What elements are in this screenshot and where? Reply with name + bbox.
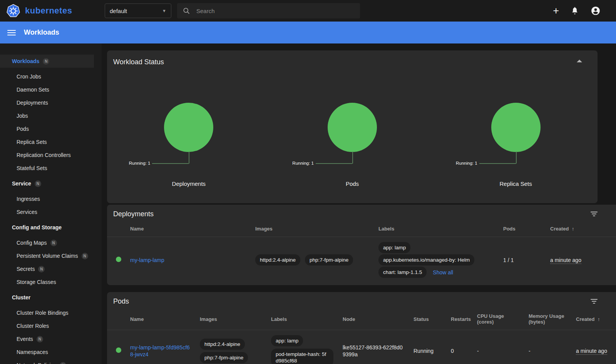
sidebar-item-service[interactable]: Service N	[0, 177, 102, 190]
replica-sets-pie	[491, 103, 541, 152]
app-bar: Workloads	[0, 22, 616, 43]
deployments-card: Deployments Name Images Labels Pods Cr	[107, 205, 616, 285]
sidebar-item-config-maps[interactable]: Config Maps N	[0, 236, 102, 249]
col-status[interactable]: Status	[409, 307, 446, 330]
page-title: Workloads	[24, 28, 59, 37]
new-badge: N	[37, 336, 43, 342]
label-chip: chart: lamp-1.1.5	[378, 267, 427, 278]
table-header-row: Name Images Labels Pods Created ↑	[107, 220, 616, 237]
sort-arrow-icon: ↑	[598, 316, 600, 322]
col-labels[interactable]: Labels	[266, 307, 338, 330]
chevron-down-icon: ▼	[162, 8, 166, 13]
user-avatar-icon[interactable]	[591, 6, 601, 16]
image-chip: httpd:2.4-alpine	[200, 339, 245, 350]
pod-restarts: 0	[446, 330, 472, 364]
sidebar-nav: Workloads N Cron Jobs Daemon Sets Deploy…	[0, 43, 102, 364]
table-header-row: Name Images Labels Node Status Restarts …	[107, 307, 616, 330]
top-bar: kubernetes default ▼ +	[0, 0, 616, 22]
col-node[interactable]: Node	[338, 307, 409, 330]
col-images[interactable]: Images	[195, 307, 266, 330]
sidebar-item-ingresses[interactable]: Ingresses	[0, 192, 102, 205]
replica-sets-status-chart: Running: 1 Replica Sets	[434, 103, 598, 187]
namespace-selector[interactable]: default ▼	[105, 3, 171, 18]
col-name[interactable]: Name	[126, 220, 251, 237]
deployments-title: Deployments	[107, 205, 616, 218]
new-badge: N	[38, 266, 45, 272]
pod-name-link[interactable]: my-lamp-lamp-5fd985cf68-jwvz4	[130, 344, 190, 357]
sort-arrow-icon: ↑	[572, 226, 574, 232]
pods-card: Pods Name Images Labels Node St	[107, 292, 616, 364]
sidebar-item-cluster-role-bindings[interactable]: Cluster Role Bindings	[0, 306, 102, 319]
label-chip: app.kubernetes.io/managed-by: Helm	[378, 254, 474, 265]
status-ok-icon	[116, 257, 121, 262]
created-ago[interactable]: a minute ago	[550, 257, 581, 264]
new-badge: N	[50, 240, 57, 246]
col-labels[interactable]: Labels	[374, 220, 499, 237]
sidebar-section-config-and-storage[interactable]: Config and Storage	[0, 221, 102, 234]
collapse-card-icon[interactable]	[577, 60, 582, 62]
namespace-value: default	[110, 8, 127, 14]
col-created[interactable]: Created ↑	[571, 307, 616, 330]
sidebar-item-services[interactable]: Services	[0, 205, 102, 219]
sidebar-item-pods[interactable]: Pods	[0, 122, 102, 135]
sidebar-item-secrets[interactable]: Secrets N	[0, 262, 102, 276]
pods-ready-count: 1 / 1	[499, 237, 546, 283]
pods-status-chart: Running: 1 Pods	[271, 103, 434, 187]
show-all-link[interactable]: Show all	[433, 269, 453, 276]
pod-memory-usage: -	[524, 330, 571, 364]
chart-label: Pods	[271, 180, 434, 187]
sidebar-item-deployments[interactable]: Deployments	[0, 96, 102, 109]
sidebar-item-daemon-sets[interactable]: Daemon Sets	[0, 83, 102, 96]
pie-legend: Running: 1	[456, 161, 477, 165]
sidebar-item-workloads[interactable]: Workloads N	[0, 55, 94, 68]
sidebar-item-stateful-sets[interactable]: Stateful Sets	[0, 162, 102, 175]
label-chip: pod-template-hash: 5fd985cf68	[271, 349, 333, 364]
sidebar-item-namespaces[interactable]: Namespaces	[0, 346, 102, 359]
image-chip: httpd:2.4-alpine	[255, 254, 300, 265]
sidebar-item-replica-sets[interactable]: Replica Sets	[0, 135, 102, 149]
create-resource-icon[interactable]: +	[553, 6, 559, 16]
sidebar-item-replication-controllers[interactable]: Replication Controllers	[0, 149, 102, 162]
created-ago[interactable]: a minute ago	[576, 348, 607, 355]
col-created[interactable]: Created ↑	[546, 220, 616, 237]
col-memory-usage[interactable]: Memory Usage (bytes)	[524, 307, 571, 330]
sidebar-item-jobs[interactable]: Jobs	[0, 109, 102, 122]
col-restarts[interactable]: Restarts	[446, 307, 472, 330]
filter-icon[interactable]	[591, 299, 598, 305]
menu-hamburger-icon[interactable]	[7, 28, 16, 37]
pod-cpu-usage: -	[472, 330, 524, 364]
pods-title: Pods	[107, 292, 616, 306]
workload-status-card: Workload Status Running: 1 Deployments R	[107, 50, 598, 203]
new-badge: N	[60, 362, 66, 364]
col-images[interactable]: Images	[251, 220, 374, 237]
search-icon	[182, 7, 190, 15]
sidebar-item-network-policies[interactable]: Network Policies N	[0, 359, 102, 364]
main-content: Workload Status Running: 1 Deployments R	[102, 43, 616, 364]
sidebar-item-events[interactable]: Events N	[0, 332, 102, 346]
pods-pie	[328, 103, 377, 152]
new-badge: N	[82, 253, 88, 259]
col-name[interactable]: Name	[126, 307, 195, 330]
new-badge: N	[43, 58, 49, 65]
filter-icon[interactable]	[591, 212, 598, 217]
status-ok-icon	[116, 347, 121, 353]
sidebar-section-cluster[interactable]: Cluster	[0, 291, 102, 304]
workload-status-title: Workload Status	[107, 50, 598, 66]
col-pods[interactable]: Pods	[499, 220, 546, 237]
notifications-bell-icon[interactable]	[571, 7, 579, 15]
chart-label: Replica Sets	[434, 180, 598, 187]
deployments-status-chart: Running: 1 Deployments	[107, 103, 271, 187]
image-chip: php:7-fpm-alpine	[305, 254, 353, 265]
col-cpu-usage[interactable]: CPU Usage (cores)	[472, 307, 524, 330]
search-bar[interactable]	[177, 3, 360, 18]
search-input[interactable]	[196, 8, 355, 14]
deployment-name-link[interactable]: my-lamp-lamp	[130, 257, 164, 263]
sidebar-item-cron-jobs[interactable]: Cron Jobs	[0, 70, 102, 83]
label-chip: app: lamp	[271, 335, 303, 346]
pod-status: Running	[409, 330, 446, 364]
sidebar-item-storage-classes[interactable]: Storage Classes	[0, 276, 102, 289]
kubernetes-logo[interactable]: kubernetes	[0, 4, 105, 18]
sidebar-item-persistent-volume-claims[interactable]: Persistent Volume Claims N	[0, 249, 102, 262]
chart-label: Deployments	[107, 180, 271, 187]
sidebar-item-cluster-roles[interactable]: Cluster Roles	[0, 319, 102, 332]
